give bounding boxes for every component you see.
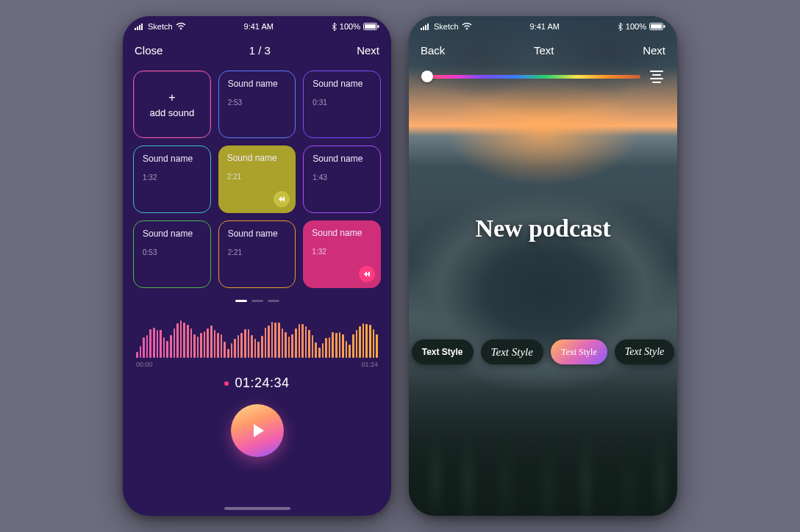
battery-pct: 100% [626,22,646,31]
sound-tile[interactable]: Sound name 2:53 [218,71,296,138]
tile-name: Sound name [312,79,371,90]
screen-title: Text [534,44,554,57]
sound-tile[interactable]: Sound name 2:21 [218,220,296,288]
close-button[interactable]: Close [135,44,162,57]
bluetooth-icon [332,23,337,31]
tile-time: 0:31 [312,98,371,107]
phone-sound-picker: Sketch 9:41 AM 100% Close 1 / 3 Next + a… [123,16,391,516]
navbar: Back Text Next [409,37,677,63]
next-button[interactable]: Next [643,44,665,57]
tile-name: Sound name [312,154,371,165]
statusbar: Sketch 9:41 AM 100% [409,16,677,37]
tile-time: 0:53 [143,248,201,256]
waveform-start: 00:00 [136,361,153,368]
record-dot-icon [224,381,229,386]
svg-rect-15 [663,25,665,28]
battery-pct: 100% [340,22,360,31]
svg-rect-3 [141,24,143,30]
phone-text-editor: Sketch 9:41 AM 100% Back Text Next New p… [409,16,677,516]
svg-rect-0 [135,28,136,30]
svg-rect-10 [425,25,426,30]
sound-tile-playing[interactable]: Sound name 2:21 [218,145,296,213]
rewind-icon[interactable] [359,266,375,282]
sound-tile-playing[interactable]: Sound name 1:32 [303,220,381,288]
signal-icon [421,23,431,30]
text-style-pills: Text Style Text Style Text Style Text St… [409,339,677,364]
carrier-label: Sketch [148,22,173,31]
record-time: 01:24:34 [123,375,391,391]
sound-tile[interactable]: Sound name 0:31 [303,71,381,138]
tile-name: Sound name [228,229,287,240]
text-style-option-selected[interactable]: Text Style [551,339,607,364]
page-dots[interactable] [123,300,391,302]
tile-name: Sound name [143,229,201,240]
tile-name: Sound name [312,228,372,239]
sound-tile[interactable]: Sound name 0:53 [133,220,211,288]
statusbar: Sketch 9:41 AM 100% [123,16,391,37]
sound-tile[interactable]: Sound name 1:43 [303,145,381,213]
background-trees [409,376,677,516]
add-sound-tile[interactable]: + add sound [133,71,211,138]
rewind-icon[interactable] [274,191,290,207]
text-style-option[interactable]: Text Style [412,339,474,364]
svg-rect-8 [421,28,422,30]
wifi-icon [176,23,186,30]
signal-icon [135,23,145,30]
svg-rect-7 [377,25,379,28]
tile-name: Sound name [228,79,287,90]
svg-rect-6 [365,24,376,29]
wifi-icon [462,23,472,30]
tile-name: Sound name [227,153,288,164]
record-time-value: 01:24:34 [235,375,289,391]
back-button[interactable]: Back [421,44,445,57]
play-button[interactable] [231,404,284,457]
sound-grid: + add sound Sound name 2:53 Sound name 0… [123,63,391,288]
svg-rect-9 [423,26,424,30]
color-slider-thumb[interactable] [421,71,433,82]
svg-point-4 [179,28,182,30]
battery-icon [649,23,665,30]
home-indicator[interactable] [224,507,290,510]
color-slider[interactable] [421,75,640,79]
svg-rect-1 [137,26,138,30]
svg-rect-14 [651,24,662,29]
tile-name: Sound name [143,154,201,165]
headline-text[interactable]: New podcast [409,215,677,242]
tile-time: 2:53 [228,98,287,107]
add-sound-label: add sound [149,107,194,118]
tile-time: 1:32 [143,173,201,181]
bluetooth-icon [618,23,623,31]
text-style-option[interactable]: Text Style [481,339,543,364]
tile-time: 2:21 [228,248,287,256]
waveform[interactable] [136,315,378,358]
carrier-label: Sketch [434,22,459,31]
page-indicator: 1 / 3 [249,44,271,57]
svg-point-12 [465,28,468,30]
svg-rect-2 [139,25,140,30]
plus-icon: + [168,91,175,104]
text-align-button[interactable] [648,68,665,85]
waveform-end: 01:24 [361,361,378,368]
navbar: Close 1 / 3 Next [123,37,391,63]
tile-time: 1:32 [312,248,372,256]
tile-time: 2:21 [227,173,288,181]
tile-time: 1:43 [312,173,371,181]
play-icon [252,423,265,438]
clock-label: 9:41 AM [530,22,560,31]
svg-rect-11 [427,24,429,30]
text-style-option[interactable]: Text Style [615,339,675,364]
clock-label: 9:41 AM [244,22,274,31]
battery-icon [363,23,379,30]
next-button[interactable]: Next [357,44,379,57]
sound-tile[interactable]: Sound name 1:32 [133,145,211,213]
color-slider-row [421,68,665,85]
